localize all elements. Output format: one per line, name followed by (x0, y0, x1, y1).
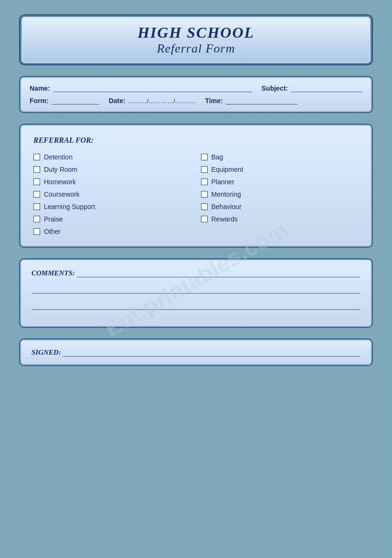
homework-checkbox[interactable] (33, 179, 40, 185)
checkbox-grid: Detention Duty Room Homework Coursework … (33, 153, 359, 235)
signed-line (63, 348, 360, 357)
mentoring-label: Mentoring (212, 190, 241, 198)
referral-box: REFERRAL FOR: Detention Duty Room Homewo… (19, 124, 373, 248)
list-item: Mentoring (201, 190, 359, 198)
name-label: Name: (30, 84, 50, 92)
name-line (53, 84, 252, 92)
behaviour-label: Behaviour (212, 203, 242, 211)
rewards-checkbox[interactable] (201, 216, 208, 222)
detention-label: Detention (44, 153, 73, 161)
bag-checkbox[interactable] (201, 154, 208, 160)
list-item: Bag (201, 153, 359, 161)
subject-line (291, 84, 362, 92)
comments-header-row: COMMENTS: (32, 269, 360, 277)
signed-box: SIGNED: (19, 338, 373, 366)
learning-support-label: Learning Support (44, 203, 95, 211)
duty-room-checkbox[interactable] (33, 166, 40, 173)
info-box: Name: Subject: Form: Date: ………/…………/……….… (19, 76, 373, 113)
list-item: Learning Support (33, 203, 191, 211)
coursework-checkbox[interactable] (33, 191, 40, 198)
praise-checkbox[interactable] (33, 216, 40, 222)
list-item: Coursework (33, 190, 191, 198)
date-label: Date: (109, 97, 126, 105)
right-column: Bag Equipment Planner Mentoring Behaviou… (201, 153, 359, 235)
planner-checkbox[interactable] (201, 179, 208, 185)
list-item: Duty Room (33, 166, 191, 173)
list-item: Praise (33, 215, 191, 223)
list-item: Homework (33, 178, 191, 186)
referral-title: REFERRAL FOR: (33, 136, 359, 145)
learning-support-checkbox[interactable] (33, 203, 40, 210)
detention-checkbox[interactable] (33, 154, 40, 160)
mentoring-checkbox[interactable] (201, 191, 208, 198)
planner-label: Planner (212, 178, 234, 186)
equipment-label: Equipment (212, 166, 244, 173)
time-line (226, 97, 297, 105)
form-date-row: Form: Date: ………/…………/………. Time: (30, 97, 362, 105)
title-box: HIGH SCHOOL Referral Form (19, 14, 373, 65)
subject-label: Subject: (262, 84, 288, 92)
equipment-checkbox[interactable] (201, 166, 208, 173)
list-item: Behaviour (201, 203, 359, 211)
duty-room-label: Duty Room (44, 166, 77, 173)
list-item: Equipment (201, 166, 359, 173)
form-label: Form: (30, 97, 49, 105)
left-column: Detention Duty Room Homework Coursework … (33, 153, 191, 235)
comments-first-line (77, 269, 360, 277)
coursework-label: Coursework (44, 190, 80, 198)
title-line1: HIGH SCHOOL (30, 24, 362, 42)
comments-label: COMMENTS: (32, 269, 75, 277)
homework-label: Homework (44, 178, 76, 186)
behaviour-checkbox[interactable] (201, 203, 208, 210)
rewards-label: Rewards (212, 215, 238, 223)
bag-label: Bag (212, 153, 223, 161)
signed-label: SIGNED: (32, 348, 61, 357)
title-line2: Referral Form (30, 42, 362, 56)
list-item: Detention (33, 153, 191, 161)
name-row: Name: Subject: (30, 84, 362, 92)
comments-line-3 (32, 301, 360, 310)
comments-line-2 (32, 285, 360, 294)
list-item: Rewards (201, 215, 359, 223)
form-line (52, 97, 99, 105)
praise-label: Praise (44, 215, 63, 223)
time-label: Time: (205, 97, 223, 105)
date-placeholder: ………/…………/………. (128, 97, 196, 105)
list-item: Other (33, 228, 191, 235)
comments-box: COMMENTS: (19, 258, 373, 328)
list-item: Planner (201, 178, 359, 186)
other-label: Other (44, 228, 61, 235)
other-checkbox[interactable] (33, 228, 40, 235)
